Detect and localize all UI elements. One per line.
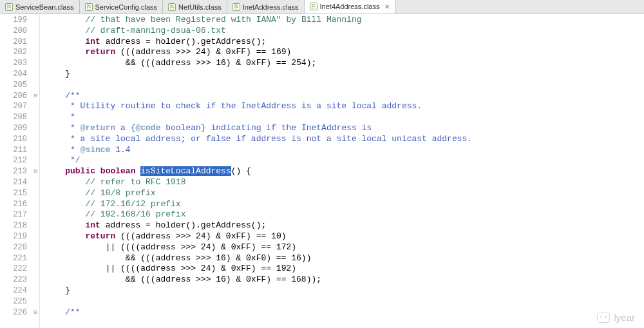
line-number: 223	[0, 275, 31, 285]
line-number: 202	[0, 47, 31, 58]
line-number: 203	[0, 58, 31, 69]
line-number: 221	[0, 253, 31, 264]
code-line: && (((address >>> 16) & 0xFF) == 254);	[45, 58, 644, 69]
line-number: 215	[0, 188, 31, 199]
code-line: * a site local address; or false if addr…	[45, 134, 644, 145]
line-number: 214	[0, 177, 31, 188]
code-line: && (((address >>> 16) & 0xF0) == 16))	[45, 253, 644, 264]
close-icon[interactable]: ✕	[384, 3, 390, 10]
code-line: // draft-manning-dsua-06.txt	[45, 26, 644, 37]
line-number: 207	[0, 101, 31, 112]
editor-tab-bar: ⎘ServiceBean.class⎘ServiceConfig.class⎘N…	[0, 0, 644, 14]
code-line: public boolean isSiteLocalAddress() {	[45, 166, 644, 177]
class-file-icon: ⎘	[85, 3, 93, 11]
line-number: 208	[0, 112, 31, 123]
code-line: /**	[45, 91, 644, 102]
code-line: || ((((address >>> 24) & 0xFF) == 192)	[45, 264, 644, 275]
line-number: 206	[0, 91, 31, 102]
line-number: 225	[0, 296, 31, 307]
line-number: 226	[0, 307, 31, 318]
code-line: return (((address >>> 24) & 0xFF) == 169…	[45, 47, 644, 58]
line-number: 200	[0, 26, 31, 37]
code-line: // 172.16/12 prefix	[45, 199, 644, 210]
code-line: // 192.168/16 prefix	[45, 209, 644, 220]
wechat-icon	[597, 313, 610, 323]
line-number: 210	[0, 134, 31, 145]
line-number-gutter: 1992002012022032042052062072082092102112…	[0, 14, 31, 328]
code-line: || ((((address >>> 24) & 0xFF) == 172)	[45, 242, 644, 253]
code-line	[45, 80, 644, 91]
editor-tab[interactable]: ⎘NetUtils.class	[163, 0, 227, 14]
tab-label: Inet4Address.class	[320, 3, 380, 10]
code-line: // 10/8 prefix	[45, 188, 644, 199]
line-number: 217	[0, 209, 31, 220]
class-file-icon: ⎘	[168, 3, 176, 11]
code-line	[45, 296, 644, 307]
editor-tab[interactable]: ⎘InetAddress.class	[227, 0, 305, 14]
editor-tab[interactable]: ⎘Inet4Address.class✕	[305, 0, 396, 14]
code-line: int address = holder().getAddress();	[45, 37, 644, 48]
class-file-icon: ⎘	[310, 3, 317, 10]
line-number: 213	[0, 166, 31, 177]
line-number: 212	[0, 155, 31, 166]
code-editor: 1992002012022032042052062072082092102112…	[0, 14, 644, 328]
code-line: }	[45, 69, 644, 80]
watermark: lyear	[597, 312, 635, 323]
code-line: // that have been Registered with IANA" …	[45, 15, 644, 26]
line-number: 220	[0, 242, 31, 253]
line-number: 209	[0, 123, 31, 134]
line-number: 219	[0, 231, 31, 242]
line-number: 222	[0, 264, 31, 275]
tab-label: NetUtils.class	[178, 3, 222, 11]
tab-label: InetAddress.class	[243, 3, 299, 11]
code-line: /**	[45, 307, 644, 318]
line-number: 205	[0, 80, 31, 91]
line-number: 218	[0, 220, 31, 231]
code-line: *	[45, 112, 644, 123]
line-number: 201	[0, 37, 31, 48]
code-line: && (((address >>> 16) & 0xFF) == 168));	[45, 275, 644, 285]
code-area[interactable]: // that have been Registered with IANA" …	[40, 14, 644, 328]
watermark-text: lyear	[614, 312, 635, 323]
text-selection: isSiteLocalAddress	[140, 166, 231, 176]
editor-tab[interactable]: ⎘ServiceConfig.class	[80, 0, 164, 14]
code-line: * Utility routine to check if the InetAd…	[45, 101, 644, 112]
line-number: 216	[0, 199, 31, 210]
tab-label: ServiceBean.class	[15, 3, 74, 11]
code-line: }	[45, 285, 644, 296]
code-line: int address = holder().getAddress();	[45, 220, 644, 231]
code-line: * @since 1.4	[45, 145, 644, 156]
class-file-icon: ⎘	[232, 3, 240, 11]
line-number: 224	[0, 285, 31, 296]
code-line: * @return a {@code boolean} indicating i…	[45, 123, 644, 134]
class-file-icon: ⎘	[5, 3, 13, 11]
code-line: // refer to RFC 1918	[45, 177, 644, 188]
tab-label: ServiceConfig.class	[95, 3, 158, 11]
code-line: */	[45, 155, 644, 166]
line-number: 199	[0, 15, 31, 26]
code-line: return (((address >>> 24) & 0xFF) == 10)	[45, 231, 644, 242]
line-number: 204	[0, 69, 31, 80]
line-number: 211	[0, 145, 31, 156]
editor-tab[interactable]: ⎘ServiceBean.class	[0, 0, 80, 14]
